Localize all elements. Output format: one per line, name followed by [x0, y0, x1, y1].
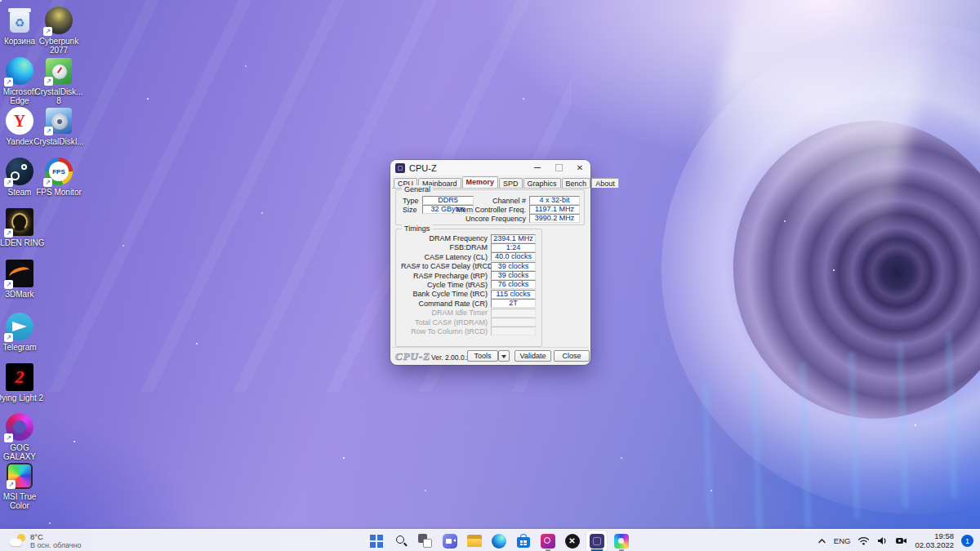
weather-condition: В осн. облачно: [30, 541, 81, 549]
desktop-icon-fps-monitor[interactable]: FPS FPS Monitor: [33, 158, 85, 197]
tab-bench[interactable]: Bench: [562, 178, 591, 188]
groupbox-title: General: [402, 185, 433, 193]
wifi-icon[interactable]: [858, 536, 870, 545]
memory-tab-page: General Type DDR5 Size 32 GBytes Channel…: [392, 188, 589, 347]
cpuz-titlebar[interactable]: CPU-Z: [390, 160, 590, 176]
steam-icon: [6, 158, 33, 185]
cpuz-logo: CPU-Z: [395, 350, 430, 363]
windows-logo-icon: [370, 535, 383, 548]
chat-video-icon: [443, 534, 457, 549]
desktop-icon-elden-ring[interactable]: ELDEN RING: [0, 208, 46, 247]
maximize-button: [548, 160, 569, 176]
language-indicator[interactable]: ENG: [834, 536, 851, 545]
cpuz-taskbar-button[interactable]: [586, 531, 607, 551]
desktop-icon-crystaldiskmark-8[interactable]: CrystalDisk... 8: [33, 57, 85, 105]
desktop-icon-telegram[interactable]: Telegram: [0, 313, 46, 352]
crystaldiskinfo-icon: [46, 108, 72, 134]
type-label: Type: [403, 197, 419, 205]
close-button[interactable]: Close: [554, 350, 590, 362]
color-palette-icon: [614, 534, 629, 549]
system-tray: ENG: [817, 530, 973, 551]
desktop-icon-label: Yandex: [6, 137, 33, 146]
shortcut-arrow-icon: [43, 178, 52, 187]
fps-monitor-icon: FPS: [45, 158, 73, 185]
cpuz-app-icon: [395, 163, 405, 173]
task-view-icon: [418, 534, 432, 548]
task-view-button[interactable]: [415, 531, 435, 551]
validate-button[interactable]: Validate: [514, 350, 551, 362]
timing-row-dram-frequency: DRAM Frequency 2394.1 MHz: [401, 234, 537, 242]
size-label: Size: [403, 206, 419, 214]
uncore-frequency-label: Uncore Frequency: [439, 215, 526, 223]
desktop-icon-label: Dying Light 2: [0, 393, 43, 402]
telegram-icon: [6, 313, 33, 340]
weather-widget[interactable]: 8°C В осн. облачно: [7, 531, 84, 550]
weather-temperature: 8°C: [30, 533, 81, 541]
msi-true-color-icon: [7, 463, 33, 489]
desktop-icon-gog-galaxy[interactable]: GOG GALAXY: [0, 413, 46, 461]
desktop-icon-label: CrystalDiskI...: [33, 137, 84, 146]
timing-row-cas-latency: CAS# Latency (CL) 40.0 clocks: [401, 253, 537, 261]
uncore-frequency-value: 3990.2 MHz: [529, 214, 580, 223]
minimize-button[interactable]: [527, 160, 548, 176]
cyberpunk-2077-icon: [45, 7, 73, 34]
desktop-icon-cyberpunk-2077[interactable]: Cyberpunk 2077: [33, 7, 85, 55]
red-gradient-app-icon: [541, 534, 555, 549]
desktop-icon-3dmark[interactable]: 3DMark: [0, 260, 46, 299]
red-gradient-app-button[interactable]: [537, 531, 558, 551]
tab-about[interactable]: About: [591, 178, 619, 188]
cpuz-window: CPU-Z CPU Mainboard Memory SPD Graphics …: [390, 160, 590, 365]
channel-label: Channel #: [439, 197, 526, 205]
folder-icon: [467, 535, 482, 547]
shortcut-arrow-icon: [44, 127, 53, 136]
tab-memory[interactable]: Memory: [462, 176, 499, 188]
groupbox-title: Timings: [402, 224, 432, 233]
start-button[interactable]: [366, 531, 386, 551]
desktop-icon-label: Steam: [8, 188, 32, 197]
timing-row-command-rate: Command Rate (CR) 2T: [401, 300, 537, 308]
cpuz-icon: [590, 534, 604, 549]
yandex-icon: Y: [6, 107, 33, 135]
tray-chevron-up-icon[interactable]: [817, 537, 826, 544]
timings-groupbox: Timings DRAM Frequency 2394.1 MHz FSB:DR…: [395, 229, 542, 347]
chat-button[interactable]: [439, 531, 460, 551]
tools-dropdown-button[interactable]: [498, 350, 510, 362]
desktop-icon-label: CrystalDisk... 8: [33, 87, 85, 105]
desktop-icon-label: Корзина: [4, 37, 35, 46]
shortcut-arrow-icon: [4, 178, 13, 187]
desktop-icon-dying-light-2[interactable]: 2 Dying Light 2: [0, 363, 46, 402]
tab-spd[interactable]: SPD: [499, 178, 523, 188]
shortcut-arrow-icon: [44, 77, 53, 86]
timing-row-dram-idle-timer: DRAM Idle Timer: [401, 309, 537, 317]
timing-row-total-cas: Total CAS# (tRDRAM): [401, 318, 537, 327]
volume-icon[interactable]: [877, 536, 888, 545]
timing-row-row-to-column: Row To Column (tRCD): [401, 327, 537, 335]
webcam-icon[interactable]: [895, 536, 907, 545]
desktop-icon-crystaldiskinfo[interactable]: CrystalDiskI...: [33, 107, 85, 146]
footer-separator: [392, 347, 589, 348]
close-window-button[interactable]: [569, 160, 590, 176]
desktop: ♻ Корзина Cyberpunk 2077 Microsoft Edge …: [0, 0, 980, 551]
timing-row-fsb-dram: FSB:DRAM 1:24: [401, 243, 537, 251]
search-button[interactable]: [390, 531, 411, 551]
shortcut-arrow-icon: [4, 333, 13, 342]
clock[interactable]: 19:58 02.03.2022: [915, 532, 954, 549]
taskbar: 8°C В осн. облачно: [0, 529, 980, 551]
file-explorer-button[interactable]: [464, 531, 484, 551]
xbox-button[interactable]: [562, 531, 582, 551]
tools-button[interactable]: Tools: [467, 350, 498, 362]
general-groupbox: General Type DDR5 Size 32 GBytes Channel…: [395, 189, 585, 225]
color-palette-app-button[interactable]: [611, 531, 631, 551]
edge-button[interactable]: [488, 531, 509, 551]
crystaldiskmark-icon: [46, 58, 72, 84]
desktop-icon-msi-true-color[interactable]: MSI True Color: [0, 462, 46, 510]
channel-value: 4 x 32-bit: [529, 196, 580, 205]
desktop-icon-label: GOG GALAXY: [0, 443, 46, 461]
tab-graphics[interactable]: Graphics: [523, 178, 561, 188]
microsoft-store-icon: [517, 534, 530, 548]
edge-icon: [6, 57, 33, 85]
store-button[interactable]: [513, 531, 533, 551]
notification-badge[interactable]: 1: [961, 535, 973, 547]
3dmark-icon: [6, 260, 33, 287]
edge-icon: [492, 534, 506, 549]
